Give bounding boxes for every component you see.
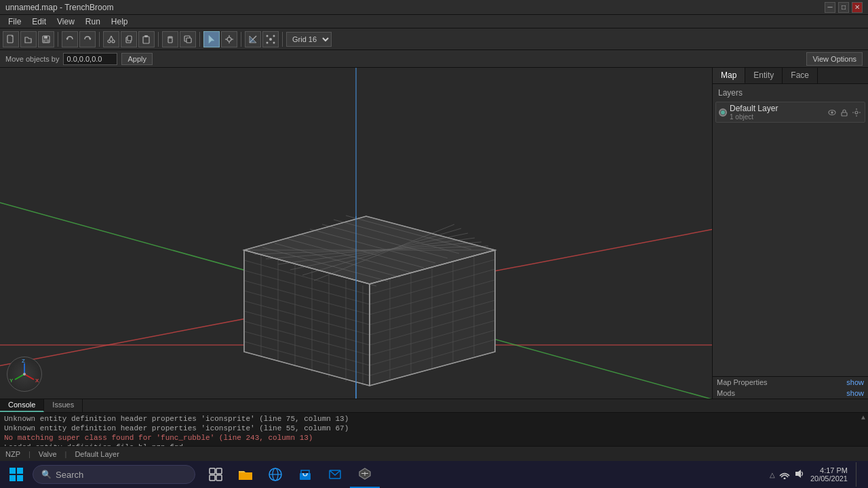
new-file-button[interactable] bbox=[3, 31, 19, 47]
close-button[interactable]: ✕ bbox=[852, 2, 863, 13]
svg-rect-103 bbox=[210, 475, 215, 481]
layer-radio-inner bbox=[721, 110, 725, 115]
copy-button[interactable] bbox=[121, 31, 137, 47]
menu-run[interactable]: Run bbox=[80, 16, 106, 28]
bottom-panel: Console Issues ▲ Unknown entity definiti… bbox=[0, 399, 868, 446]
menu-file[interactable]: File bbox=[3, 16, 26, 28]
translate-tool-button[interactable] bbox=[221, 31, 237, 47]
svg-point-27 bbox=[273, 41, 275, 43]
console-output[interactable]: ▲ Unknown entity definition header prope… bbox=[0, 413, 868, 446]
open-file-button[interactable] bbox=[20, 31, 37, 47]
layer-settings-button[interactable] bbox=[851, 107, 862, 118]
clip-tool-button[interactable] bbox=[245, 31, 261, 47]
taskbar: 🔍 Search △ bbox=[0, 461, 868, 488]
svg-point-96 bbox=[855, 111, 858, 114]
svg-marker-114 bbox=[795, 470, 801, 478]
taskbar-icon-task-view[interactable] bbox=[201, 461, 231, 488]
svg-rect-100 bbox=[17, 475, 23, 481]
svg-text:Z: Z bbox=[22, 359, 25, 364]
status-item-valve: Valve bbox=[39, 450, 57, 458]
svg-point-24 bbox=[267, 35, 269, 37]
paste-button[interactable] bbox=[138, 31, 155, 47]
move-input[interactable] bbox=[63, 53, 117, 65]
svg-line-88 bbox=[15, 374, 24, 380]
delete-button[interactable] bbox=[162, 31, 178, 47]
window-controls: ─ □ ✕ bbox=[825, 2, 863, 13]
main-area: X Y Z Map Entity Face Layers bbox=[0, 68, 868, 399]
status-sep-1: | bbox=[28, 450, 31, 458]
tab-issues[interactable]: Issues bbox=[44, 399, 83, 412]
svg-point-23 bbox=[269, 38, 272, 41]
tab-console[interactable]: Console bbox=[0, 399, 44, 412]
status-sep-2: | bbox=[65, 450, 67, 458]
taskbar-icon-browser[interactable] bbox=[260, 461, 290, 488]
scroll-up-button[interactable]: ▲ bbox=[861, 414, 865, 422]
viewport[interactable]: X Y Z bbox=[0, 68, 712, 399]
grid-selector[interactable]: Grid 16 Grid 4 Grid 8 Grid 32 Grid 64 bbox=[286, 32, 332, 47]
tray-volume[interactable] bbox=[794, 468, 805, 481]
tray-chevron[interactable]: △ bbox=[770, 471, 775, 479]
svg-rect-101 bbox=[210, 468, 215, 474]
taskbar-icon-mail[interactable] bbox=[320, 461, 350, 488]
svg-rect-97 bbox=[9, 468, 16, 474]
vertex-tool-button[interactable] bbox=[262, 31, 279, 47]
toolbar-sep-6 bbox=[282, 32, 283, 47]
svg-rect-3 bbox=[44, 40, 48, 42]
taskbar-icon-file-explorer[interactable] bbox=[231, 461, 260, 488]
svg-line-6 bbox=[109, 36, 111, 40]
layer-radio-active[interactable] bbox=[719, 108, 727, 117]
menu-view[interactable]: View bbox=[52, 16, 80, 28]
svg-rect-11 bbox=[144, 35, 148, 37]
menu-help[interactable]: Help bbox=[106, 16, 134, 28]
show-desktop-button[interactable] bbox=[856, 462, 860, 487]
right-panel: Map Entity Face Layers Default Layer 1 o… bbox=[712, 68, 868, 399]
apply-button[interactable]: Apply bbox=[121, 53, 153, 65]
select-tool-button[interactable] bbox=[203, 31, 220, 47]
svg-line-7 bbox=[111, 36, 113, 40]
svg-rect-95 bbox=[842, 113, 847, 116]
tab-entity[interactable]: Entity bbox=[745, 68, 783, 83]
system-tray: △ bbox=[770, 468, 805, 481]
taskbar-icon-store[interactable] bbox=[290, 461, 320, 488]
tab-map[interactable]: Map bbox=[713, 68, 745, 83]
maximize-button[interactable]: □ bbox=[838, 2, 849, 13]
status-item-layer: Default Layer bbox=[75, 450, 119, 458]
menu-edit[interactable]: Edit bbox=[26, 16, 52, 28]
tray-network[interactable] bbox=[779, 468, 790, 481]
svg-point-25 bbox=[273, 35, 275, 37]
undo-button[interactable] bbox=[62, 31, 78, 47]
taskbar-icon-trenchbroom[interactable] bbox=[350, 461, 380, 488]
layer-lock-button[interactable] bbox=[839, 107, 850, 118]
search-text: Search bbox=[56, 470, 83, 480]
svg-rect-99 bbox=[9, 475, 16, 481]
map-properties-show[interactable]: show bbox=[846, 378, 864, 386]
menubar: File Edit View Run Help bbox=[0, 15, 868, 28]
svg-point-113 bbox=[783, 477, 785, 479]
toolbar-sep-5 bbox=[241, 32, 241, 47]
taskbar-app-icons bbox=[201, 461, 380, 488]
tab-face[interactable]: Face bbox=[783, 68, 818, 83]
svg-rect-108 bbox=[300, 473, 311, 480]
duplicate-button[interactable] bbox=[180, 31, 196, 47]
map-properties-label: Map Properties bbox=[717, 378, 846, 386]
svg-point-92 bbox=[23, 373, 26, 375]
clock[interactable]: 4:17 PM 20/05/2021 bbox=[810, 466, 848, 483]
mods-row: Mods show bbox=[713, 388, 868, 399]
view-options-button[interactable]: View Options bbox=[806, 52, 863, 66]
save-file-button[interactable] bbox=[38, 31, 54, 47]
mods-show[interactable]: show bbox=[846, 389, 864, 397]
redo-button[interactable] bbox=[79, 31, 96, 47]
search-bar[interactable]: 🔍 Search bbox=[33, 465, 195, 484]
status-item-nzp: NZP bbox=[5, 450, 20, 458]
clock-time: 4:17 PM bbox=[820, 466, 848, 474]
svg-point-16 bbox=[227, 37, 231, 41]
start-button[interactable] bbox=[0, 461, 33, 488]
right-tabs: Map Entity Face bbox=[713, 68, 868, 84]
mods-label: Mods bbox=[717, 389, 846, 397]
svg-rect-2 bbox=[44, 36, 47, 39]
cut-button[interactable] bbox=[103, 31, 119, 47]
layer-visibility-button[interactable] bbox=[827, 107, 837, 118]
svg-rect-12 bbox=[168, 38, 172, 43]
minimize-button[interactable]: ─ bbox=[825, 2, 835, 13]
statusbar: NZP | Valve | Default Layer bbox=[0, 446, 868, 461]
